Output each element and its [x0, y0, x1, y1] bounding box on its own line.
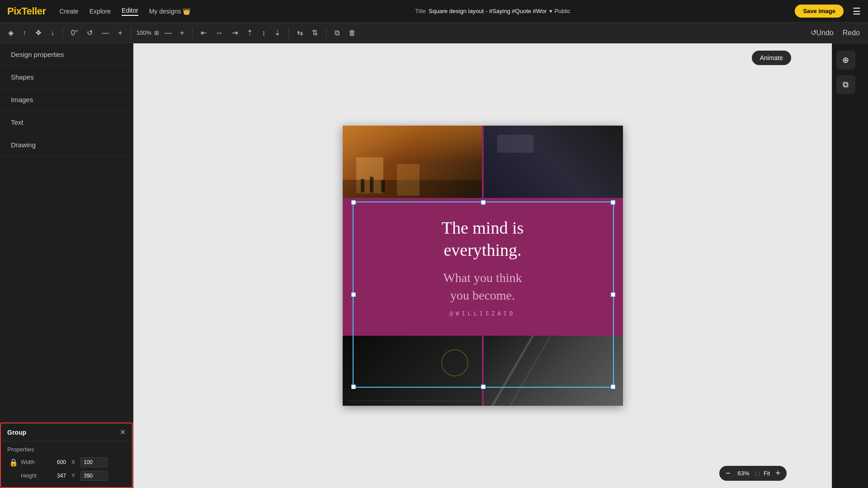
nav-center: Title Square design layout - #Saying #Qu…	[190, 8, 795, 14]
undo-button[interactable]: ↺ Undo	[808, 27, 836, 39]
zoom-separator: 11	[754, 470, 761, 477]
nav-links: Create Explore Editor My designs 👑	[60, 7, 191, 16]
height-value: 347	[44, 473, 66, 479]
zoom-in-button[interactable]: +	[773, 468, 783, 479]
align-left-icon[interactable]: ⇤	[198, 27, 209, 39]
sidebar-item-images[interactable]: Images	[0, 89, 133, 111]
lock-icon[interactable]: 🔒	[9, 458, 18, 467]
nav-editor[interactable]: Editor	[122, 7, 138, 16]
width-value: 600	[44, 459, 66, 465]
separator-3	[192, 28, 193, 38]
zoom-percent[interactable]: 100%	[137, 29, 151, 36]
quote-line3-4: What you thinkyou become.	[425, 269, 540, 304]
minus-icon[interactable]: —	[99, 27, 112, 39]
sidebar-item-drawing[interactable]: Drawing	[0, 134, 133, 156]
nav-mydesigns[interactable]: My designs 👑	[149, 8, 191, 15]
zoom-minus[interactable]: —	[162, 27, 175, 39]
y-label: Y	[70, 473, 77, 479]
separator-4	[288, 28, 289, 38]
rotate-icon[interactable]: ↺	[84, 27, 95, 39]
animate-button[interactable]: Animate	[752, 51, 791, 65]
top-navigation: PixTeller Create Explore Editor My desig…	[0, 0, 868, 23]
group-panel-close[interactable]: ✕	[120, 428, 126, 436]
quote-line1-2: The mind iseverything.	[424, 217, 542, 262]
zoom-value-display: 63%	[736, 470, 751, 477]
image-bottom-right	[484, 336, 623, 406]
logo[interactable]: PixTeller	[7, 5, 46, 17]
align-middle-icon[interactable]: ↕	[259, 27, 268, 39]
left-sidebar: Design properties Shapes Images Text Dra…	[0, 43, 133, 488]
zoom-display: 100% ⊞ — +	[137, 27, 187, 39]
zoom-out-button[interactable]: −	[723, 468, 733, 479]
zoom-controls: − 63% 11 Fit +	[719, 466, 787, 481]
canvas-area[interactable]: Animate The mind iseverything.	[133, 43, 832, 488]
align-bottom-icon[interactable]: ⇣	[272, 27, 283, 39]
width-label: Width	[21, 459, 41, 465]
title-text[interactable]: Square design layout - #Saying #Quote #W…	[429, 8, 547, 14]
image-top-left	[343, 126, 482, 198]
align-top-icon[interactable]: ⇡	[244, 27, 255, 39]
align-center-icon[interactable]: ↔	[213, 27, 226, 39]
image-bottom-left	[343, 336, 482, 406]
flip-v-icon[interactable]: ⇅	[309, 27, 321, 39]
nav-create[interactable]: Create	[60, 8, 79, 15]
hamburger-icon[interactable]: ☰	[853, 6, 861, 17]
zoom-plus[interactable]: +	[177, 27, 187, 39]
delete-icon[interactable]: 🗑	[346, 27, 359, 39]
title-label: Title	[415, 8, 426, 14]
zoom-grid-icon[interactable]: ⊞	[154, 29, 159, 36]
group-panel: Group ✕ Properties 🔒 Width 600 X 🔒	[0, 422, 133, 488]
move-btn[interactable]: ❖	[33, 27, 44, 39]
logo-teller: Teller	[22, 5, 46, 17]
align-right-icon[interactable]: ⇥	[229, 27, 241, 39]
sidebar-item-design-properties[interactable]: Design properties	[0, 43, 133, 66]
height-label: Height	[21, 473, 41, 479]
move-down-icon[interactable]: ↓	[48, 27, 57, 39]
x-input[interactable]	[80, 457, 108, 467]
y-input[interactable]	[80, 471, 108, 481]
flip-h-icon[interactable]: ⇆	[294, 27, 306, 39]
group-panel-header: Group ✕	[1, 423, 132, 441]
group-panel-body: Properties 🔒 Width 600 X 🔒 Height 347	[1, 441, 132, 487]
logo-pix: Pix	[7, 5, 22, 17]
redo-button[interactable]: Redo	[840, 27, 863, 39]
image-top-right	[484, 126, 623, 198]
public-dropdown[interactable]: ▾ Public	[549, 8, 570, 14]
quote-handle: @WILLISZAID	[450, 310, 515, 317]
sidebar-item-text[interactable]: Text	[0, 111, 133, 134]
move-up-icon[interactable]: ↑	[20, 27, 29, 39]
x-label: X	[70, 459, 77, 465]
plus-icon[interactable]: +	[115, 27, 125, 39]
sidebar-menu: Design properties Shapes Images Text Dra…	[0, 43, 133, 156]
copy-icon[interactable]: ⧉	[836, 75, 855, 94]
separator-1	[62, 28, 63, 38]
save-image-button[interactable]: Save image	[795, 5, 844, 18]
design-canvas[interactable]: The mind iseverything. What you thinkyou…	[343, 126, 623, 406]
separator-5	[326, 28, 326, 38]
duplicate-icon[interactable]: ⧉	[332, 27, 342, 39]
layer-icon[interactable]: ◈	[5, 27, 16, 39]
toolbar: ◈ ↑ ❖ ↓ 0° ↺ — + 100% ⊞ — + ⇤ ↔ ⇥ ⇡ ↕ ⇣ …	[0, 23, 868, 43]
sidebar-item-shapes[interactable]: Shapes	[0, 66, 133, 89]
purple-center: The mind iseverything. What you thinkyou…	[343, 198, 623, 336]
nav-explore[interactable]: Explore	[90, 8, 111, 15]
right-panel: ⊕ ⧉	[832, 43, 868, 488]
group-panel-title: Group	[7, 429, 26, 436]
add-icon[interactable]: ⊕	[836, 51, 855, 70]
nav-right: Save image ☰	[795, 5, 861, 18]
zoom-fit-button[interactable]: Fit	[764, 470, 770, 477]
main-layout: Design properties Shapes Images Text Dra…	[0, 43, 868, 488]
separator-2	[131, 28, 131, 38]
properties-label: Properties	[7, 446, 126, 453]
rotate-field[interactable]: 0°	[68, 27, 80, 39]
